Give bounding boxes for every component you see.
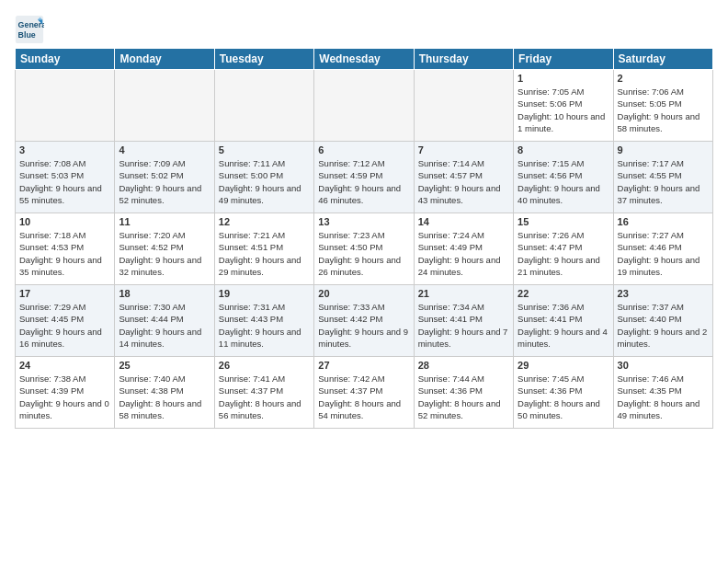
day-info: Sunrise: 7:06 AM Sunset: 5:05 PM Dayligh…	[618, 86, 709, 134]
day-info: Sunrise: 7:31 AM Sunset: 4:43 PM Dayligh…	[219, 301, 310, 350]
calendar-cell: 30Sunrise: 7:46 AM Sunset: 4:35 PM Dayli…	[613, 357, 712, 429]
calendar-cell	[115, 70, 214, 142]
day-info: Sunrise: 7:45 AM Sunset: 4:36 PM Dayligh…	[518, 373, 609, 421]
day-number: 9	[618, 144, 709, 155]
weekday-header-monday: Monday	[115, 49, 214, 70]
logo-icon: General Blue	[15, 15, 44, 44]
day-number: 1	[518, 73, 609, 84]
calendar-table: SundayMondayTuesdayWednesdayThursdayFrid…	[15, 48, 713, 429]
page: General Blue SundayMondayTuesdayWednesda…	[0, 0, 728, 436]
calendar-cell	[214, 70, 313, 142]
day-number: 15	[518, 216, 609, 227]
day-number: 18	[119, 288, 210, 299]
day-info: Sunrise: 7:38 AM Sunset: 4:39 PM Dayligh…	[19, 373, 110, 421]
weekday-header-thursday: Thursday	[414, 49, 513, 70]
day-number: 14	[418, 216, 509, 227]
day-number: 25	[119, 360, 210, 371]
day-number: 13	[318, 216, 409, 227]
calendar-cell: 5Sunrise: 7:11 AM Sunset: 5:00 PM Daylig…	[214, 142, 313, 213]
day-number: 30	[618, 360, 709, 371]
day-number: 10	[19, 216, 110, 227]
calendar-cell: 1Sunrise: 7:05 AM Sunset: 5:06 PM Daylig…	[514, 70, 613, 142]
calendar-cell: 22Sunrise: 7:36 AM Sunset: 4:41 PM Dayli…	[514, 285, 613, 357]
day-info: Sunrise: 7:26 AM Sunset: 4:47 PM Dayligh…	[518, 229, 609, 278]
weekday-header-row: SundayMondayTuesdayWednesdayThursdayFrid…	[16, 49, 713, 70]
calendar-week-2: 3Sunrise: 7:08 AM Sunset: 5:03 PM Daylig…	[16, 142, 713, 213]
weekday-header-friday: Friday	[514, 49, 613, 70]
calendar-cell: 20Sunrise: 7:33 AM Sunset: 4:42 PM Dayli…	[314, 285, 414, 357]
day-info: Sunrise: 7:23 AM Sunset: 4:50 PM Dayligh…	[318, 229, 409, 278]
day-info: Sunrise: 7:21 AM Sunset: 4:51 PM Dayligh…	[219, 229, 310, 278]
day-number: 11	[119, 216, 210, 227]
day-number: 4	[119, 144, 210, 155]
calendar-cell: 8Sunrise: 7:15 AM Sunset: 4:56 PM Daylig…	[514, 142, 613, 213]
calendar-cell: 26Sunrise: 7:41 AM Sunset: 4:37 PM Dayli…	[214, 357, 313, 429]
calendar-cell: 6Sunrise: 7:12 AM Sunset: 4:59 PM Daylig…	[314, 142, 414, 213]
day-number: 28	[418, 360, 509, 371]
day-number: 23	[618, 288, 709, 299]
calendar-cell: 12Sunrise: 7:21 AM Sunset: 4:51 PM Dayli…	[214, 213, 313, 285]
calendar-cell: 27Sunrise: 7:42 AM Sunset: 4:37 PM Dayli…	[314, 357, 414, 429]
calendar-cell: 25Sunrise: 7:40 AM Sunset: 4:38 PM Dayli…	[115, 357, 214, 429]
day-info: Sunrise: 7:34 AM Sunset: 4:41 PM Dayligh…	[418, 301, 509, 350]
day-number: 8	[518, 144, 609, 155]
weekday-header-tuesday: Tuesday	[214, 49, 313, 70]
day-info: Sunrise: 7:42 AM Sunset: 4:37 PM Dayligh…	[318, 373, 409, 421]
calendar-cell: 11Sunrise: 7:20 AM Sunset: 4:52 PM Dayli…	[115, 213, 214, 285]
day-info: Sunrise: 7:30 AM Sunset: 4:44 PM Dayligh…	[119, 301, 210, 350]
day-number: 22	[518, 288, 609, 299]
day-info: Sunrise: 7:08 AM Sunset: 5:03 PM Dayligh…	[19, 157, 110, 206]
calendar-cell: 15Sunrise: 7:26 AM Sunset: 4:47 PM Dayli…	[514, 213, 613, 285]
svg-text:Blue: Blue	[18, 30, 36, 40]
calendar-cell	[314, 70, 414, 142]
day-number: 12	[219, 216, 310, 227]
day-info: Sunrise: 7:37 AM Sunset: 4:40 PM Dayligh…	[618, 301, 709, 350]
day-info: Sunrise: 7:36 AM Sunset: 4:41 PM Dayligh…	[518, 301, 609, 350]
calendar-cell: 14Sunrise: 7:24 AM Sunset: 4:49 PM Dayli…	[414, 213, 513, 285]
day-info: Sunrise: 7:05 AM Sunset: 5:06 PM Dayligh…	[518, 86, 609, 134]
logo: General Blue	[15, 15, 48, 44]
weekday-header-saturday: Saturday	[613, 49, 712, 70]
day-info: Sunrise: 7:44 AM Sunset: 4:36 PM Dayligh…	[418, 373, 509, 421]
day-info: Sunrise: 7:27 AM Sunset: 4:46 PM Dayligh…	[618, 229, 709, 278]
day-number: 2	[618, 73, 709, 84]
day-info: Sunrise: 7:33 AM Sunset: 4:42 PM Dayligh…	[318, 301, 409, 350]
day-number: 6	[318, 144, 409, 155]
calendar-cell: 23Sunrise: 7:37 AM Sunset: 4:40 PM Dayli…	[613, 285, 712, 357]
calendar-cell: 9Sunrise: 7:17 AM Sunset: 4:55 PM Daylig…	[613, 142, 712, 213]
weekday-header-wednesday: Wednesday	[314, 49, 414, 70]
day-info: Sunrise: 7:11 AM Sunset: 5:00 PM Dayligh…	[219, 157, 310, 206]
day-number: 24	[19, 360, 110, 371]
calendar-cell: 13Sunrise: 7:23 AM Sunset: 4:50 PM Dayli…	[314, 213, 414, 285]
day-info: Sunrise: 7:29 AM Sunset: 4:45 PM Dayligh…	[19, 301, 110, 350]
day-number: 29	[518, 360, 609, 371]
calendar-cell: 29Sunrise: 7:45 AM Sunset: 4:36 PM Dayli…	[514, 357, 613, 429]
calendar-week-5: 24Sunrise: 7:38 AM Sunset: 4:39 PM Dayli…	[16, 357, 713, 429]
calendar-cell: 7Sunrise: 7:14 AM Sunset: 4:57 PM Daylig…	[414, 142, 513, 213]
weekday-header-sunday: Sunday	[16, 49, 115, 70]
day-info: Sunrise: 7:15 AM Sunset: 4:56 PM Dayligh…	[518, 157, 609, 206]
day-info: Sunrise: 7:17 AM Sunset: 4:55 PM Dayligh…	[618, 157, 709, 206]
calendar-cell: 18Sunrise: 7:30 AM Sunset: 4:44 PM Dayli…	[115, 285, 214, 357]
calendar-week-3: 10Sunrise: 7:18 AM Sunset: 4:53 PM Dayli…	[16, 213, 713, 285]
day-number: 19	[219, 288, 310, 299]
day-info: Sunrise: 7:41 AM Sunset: 4:37 PM Dayligh…	[219, 373, 310, 421]
calendar-cell: 16Sunrise: 7:27 AM Sunset: 4:46 PM Dayli…	[613, 213, 712, 285]
day-info: Sunrise: 7:12 AM Sunset: 4:59 PM Dayligh…	[318, 157, 409, 206]
day-info: Sunrise: 7:14 AM Sunset: 4:57 PM Dayligh…	[418, 157, 509, 206]
calendar-week-1: 1Sunrise: 7:05 AM Sunset: 5:06 PM Daylig…	[16, 70, 713, 142]
day-number: 26	[219, 360, 310, 371]
day-number: 5	[219, 144, 310, 155]
calendar-cell	[16, 70, 115, 142]
day-number: 3	[19, 144, 110, 155]
day-info: Sunrise: 7:20 AM Sunset: 4:52 PM Dayligh…	[119, 229, 210, 278]
calendar-cell: 17Sunrise: 7:29 AM Sunset: 4:45 PM Dayli…	[16, 285, 115, 357]
day-info: Sunrise: 7:24 AM Sunset: 4:49 PM Dayligh…	[418, 229, 509, 278]
day-number: 7	[418, 144, 509, 155]
day-number: 17	[19, 288, 110, 299]
day-number: 27	[318, 360, 409, 371]
day-info: Sunrise: 7:40 AM Sunset: 4:38 PM Dayligh…	[119, 373, 210, 421]
calendar-cell: 19Sunrise: 7:31 AM Sunset: 4:43 PM Dayli…	[214, 285, 313, 357]
day-number: 16	[618, 216, 709, 227]
calendar-cell: 2Sunrise: 7:06 AM Sunset: 5:05 PM Daylig…	[613, 70, 712, 142]
